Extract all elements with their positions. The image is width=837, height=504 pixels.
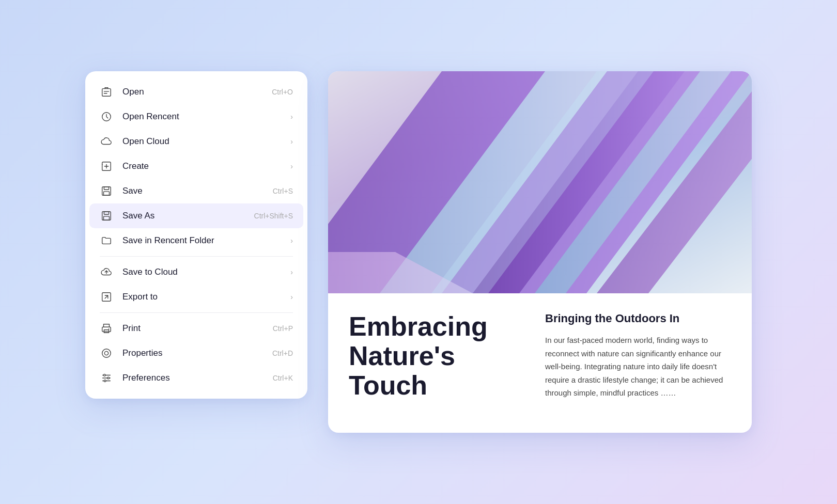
clock-icon (100, 110, 113, 123)
menu-label-open: Open (122, 87, 272, 97)
doc-headline: Embracing Nature's Touch (349, 312, 524, 401)
svg-rect-13 (104, 192, 110, 195)
menu-item-create[interactable]: Create › (89, 154, 303, 179)
chevron-right-icon: › (290, 237, 293, 245)
svg-rect-20 (104, 330, 109, 333)
menu-item-open-recent[interactable]: Open Rencent › (89, 104, 303, 129)
svg-rect-15 (104, 212, 109, 215)
doc-article: Bringing the Outdoors In In our fast-pac… (545, 312, 731, 401)
svg-rect-0 (102, 89, 111, 97)
svg-point-23 (104, 351, 108, 355)
menu-item-save[interactable]: Save Ctrl+S (89, 179, 303, 203)
menu-shortcut-save: Ctrl+S (273, 187, 293, 195)
menu-item-save-cloud[interactable]: Save to Cloud › (89, 260, 303, 285)
menu-label-open-cloud: Open Cloud (122, 136, 290, 147)
chevron-right-icon: › (290, 293, 293, 301)
menu-shortcut-print: Ctrl+P (273, 324, 293, 333)
doc-article-title: Bringing the Outdoors In (545, 312, 731, 325)
menu-label-save-as: Save As (122, 211, 254, 221)
save-as-icon (100, 209, 113, 223)
svg-point-21 (109, 328, 110, 329)
cloud-upload-icon (100, 265, 113, 279)
svg-rect-19 (102, 327, 111, 332)
chevron-right-icon: › (290, 162, 293, 170)
doc-content-area: Embracing Nature's Touch Bringing the Ou… (328, 293, 752, 421)
menu-item-open[interactable]: Open Ctrl+O (89, 80, 303, 104)
export-icon (100, 290, 113, 304)
menu-shortcut-properties: Ctrl+D (272, 349, 293, 357)
print-icon (100, 322, 113, 335)
svg-point-22 (102, 349, 111, 358)
chevron-right-icon: › (290, 268, 293, 276)
menu-item-export-to[interactable]: Export to › (89, 285, 303, 309)
menu-label-save-recent-folder: Save in Rencent Folder (122, 235, 290, 246)
menu-label-print: Print (122, 323, 273, 334)
menu-divider-1 (100, 256, 293, 257)
menu-label-open-recent: Open Rencent (122, 112, 290, 122)
file-menu: Open Ctrl+O Open Rencent › Open Cloud › … (85, 71, 307, 399)
folder-icon (100, 234, 113, 247)
open-icon (100, 85, 113, 99)
svg-line-18 (105, 295, 108, 298)
svg-point-29 (104, 380, 106, 382)
chevron-right-icon: › (290, 137, 293, 146)
svg-rect-12 (104, 187, 109, 190)
cloud-download-icon (100, 135, 113, 148)
menu-item-save-as[interactable]: Save As Ctrl+Shift+S (89, 203, 303, 228)
menu-divider-2 (100, 312, 293, 313)
svg-point-27 (104, 374, 106, 376)
menu-item-preferences[interactable]: Preferences Ctrl+K (89, 366, 303, 390)
create-icon (100, 160, 113, 173)
menu-shortcut-open: Ctrl+O (272, 88, 293, 96)
document-preview: Embracing Nature's Touch Bringing the Ou… (328, 71, 752, 433)
save-icon (100, 184, 113, 198)
svg-rect-16 (104, 216, 110, 220)
doc-article-body: In our fast-paced modern world, finding … (545, 334, 731, 400)
menu-shortcut-save-as: Ctrl+Shift+S (254, 212, 293, 220)
menu-item-save-recent-folder[interactable]: Save in Rencent Folder › (89, 228, 303, 253)
properties-icon (100, 346, 113, 360)
chevron-right-icon: › (290, 113, 293, 121)
preferences-icon (100, 371, 113, 385)
menu-item-open-cloud[interactable]: Open Cloud › (89, 129, 303, 154)
menu-label-save-cloud: Save to Cloud (122, 267, 290, 277)
doc-hero-image (328, 71, 752, 293)
svg-point-28 (107, 377, 110, 379)
menu-label-preferences: Preferences (122, 373, 273, 383)
menu-label-create: Create (122, 161, 290, 171)
menu-item-properties[interactable]: Properties Ctrl+D (89, 341, 303, 366)
menu-label-properties: Properties (122, 348, 272, 358)
menu-label-export-to: Export to (122, 292, 290, 302)
menu-label-save: Save (122, 186, 273, 196)
menu-item-print[interactable]: Print Ctrl+P (89, 316, 303, 341)
menu-shortcut-preferences: Ctrl+K (273, 374, 293, 382)
